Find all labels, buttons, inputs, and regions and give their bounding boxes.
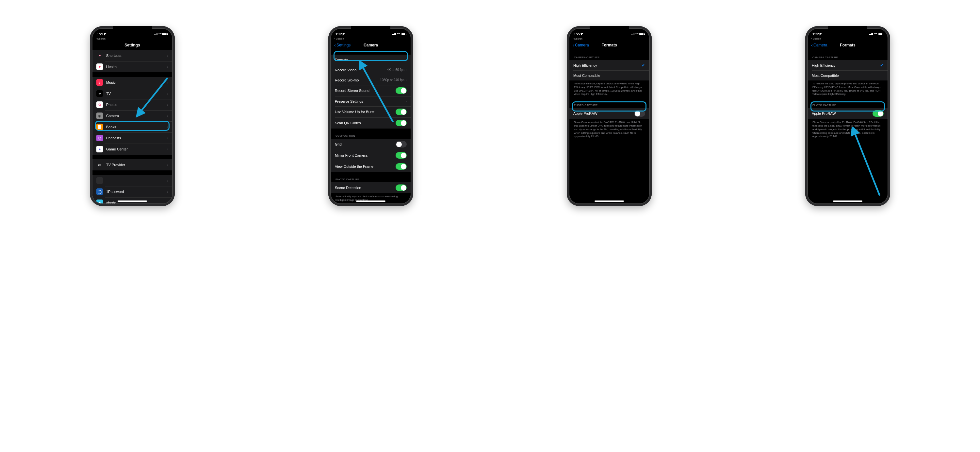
group-footer-proraw: Show Camera control for ProRAW. ProRAW i…: [808, 119, 888, 140]
row-high-efficiency[interactable]: High Efficiency✓: [570, 60, 649, 70]
chevron-left-icon: ‹: [573, 43, 574, 47]
settings-row-tv[interactable]: tvTV›: [92, 88, 172, 99]
home-indicator[interactable]: [833, 201, 862, 202]
row-record-stereo-sound[interactable]: Record Stereo Sound: [331, 85, 410, 96]
settings-row-shortcuts[interactable]: ✦Shortcuts›: [92, 50, 172, 61]
breadcrumb-back-search[interactable]: ‹ Search: [808, 37, 888, 40]
row-formats[interactable]: Formats›: [331, 54, 410, 65]
toggle-switch[interactable]: [634, 110, 645, 117]
chevron-right-icon: ›: [167, 103, 168, 107]
back-button[interactable]: ‹ Camera: [811, 43, 827, 48]
chevron-right-icon: ›: [167, 147, 168, 151]
signal-icon: [869, 33, 873, 35]
music-icon: ♪: [96, 79, 103, 86]
settings-row-game-center[interactable]: ●Game Center›: [92, 144, 172, 155]
row-view-outside-the-frame[interactable]: View Outside the Frame: [331, 161, 410, 172]
abode-icon: ◆: [96, 200, 103, 203]
status-time: 1:22: [813, 32, 819, 36]
toggle-switch[interactable]: [396, 109, 407, 115]
home-indicator[interactable]: [118, 201, 147, 202]
checkmark-icon: ✓: [641, 63, 645, 68]
row-mirror-front-camera[interactable]: Mirror Front Camera: [331, 150, 410, 161]
settings-row-podcasts[interactable]: ◎Podcasts›: [92, 133, 172, 144]
chevron-right-icon: ›: [167, 54, 168, 57]
chevron-right-icon: ›: [167, 114, 168, 118]
row-most-compatible[interactable]: Most Compatible: [808, 70, 888, 80]
location-icon: ◤: [343, 33, 345, 36]
toggle-switch[interactable]: [396, 120, 407, 126]
toggle-switch[interactable]: [396, 152, 407, 159]
home-indicator[interactable]: [356, 201, 385, 202]
row-detail: 4K at 60 fps: [387, 68, 404, 72]
row-label: Podcasts: [106, 136, 167, 140]
row-preserve-settings[interactable]: Preserve Settings›: [331, 96, 410, 106]
toggle-switch[interactable]: [396, 184, 407, 191]
tv-provider-icon: ▭: [96, 161, 103, 168]
breadcrumb-back-search[interactable]: ‹ Search: [92, 37, 172, 40]
page-title: Camera: [364, 43, 378, 48]
phone-camera-settings: 1:22 ◤ ⬿ ‹ Search ‹ Settings Camera Form…: [328, 26, 413, 206]
settings-row-music[interactable]: ♪Music›: [92, 77, 172, 88]
row-scan-qr-codes[interactable]: Scan QR Codes: [331, 117, 410, 129]
breadcrumb-back-search[interactable]: ‹ Search: [570, 37, 649, 40]
chevron-right-icon: ›: [167, 136, 168, 140]
settings-row-tv-provider[interactable]: ▭TV Provider›: [92, 159, 172, 170]
chevron-right-icon: ›: [167, 163, 168, 167]
chevron-left-icon: ‹: [811, 43, 813, 47]
signal-icon: [392, 33, 396, 35]
chevron-right-icon: ›: [167, 65, 168, 69]
notch: [113, 26, 152, 34]
row-apple-proraw[interactable]: Apple ProRAW: [808, 108, 888, 119]
wifi-icon: ⬿: [874, 32, 877, 36]
page-title: Formats: [840, 43, 855, 48]
row-grid[interactable]: Grid: [331, 139, 410, 150]
row-apple-proraw[interactable]: Apple ProRAW: [570, 108, 649, 119]
camera-group-1: Formats›Record Video4K at 60 fps›Record …: [331, 54, 410, 129]
settings-row-books[interactable]: ▉Books›: [92, 121, 172, 133]
row-high-efficiency[interactable]: High Efficiency✓: [808, 60, 888, 70]
chevron-left-icon: ‹: [573, 37, 574, 40]
row-record-slo-mo[interactable]: Record Slo-mo1080p at 240 fps›: [331, 75, 410, 85]
camera-group-3: PHOTO CAPTURE Scene Detection Automatica…: [331, 177, 410, 203]
settings-row-camera[interactable]: ◉Camera›: [92, 110, 172, 121]
settings-row-1password[interactable]: ◯1Password›: [92, 186, 172, 197]
row-label: Books: [106, 125, 167, 129]
row-label: Record Stereo Sound: [335, 89, 396, 93]
settings-group-a: ✦Shortcuts›♥Health›: [92, 50, 172, 72]
row-label: Record Video: [335, 68, 387, 72]
camera-icon: ◉: [96, 112, 103, 119]
row-label: 1Password: [106, 190, 167, 193]
toggle-switch[interactable]: [872, 110, 884, 117]
settings-row-photos[interactable]: ✿Photos›: [92, 99, 172, 110]
group-footer-scene: Automatically improve photos of various …: [331, 193, 410, 203]
back-button[interactable]: ‹ Settings: [334, 43, 350, 48]
group-header-photo-capture: PHOTO CAPTURE: [808, 102, 888, 108]
settings-group-d: ›◯1Password›◆abode›◈AirPort Utility›aAma…: [92, 175, 172, 203]
toggle-switch[interactable]: [396, 163, 407, 170]
row-record-video[interactable]: Record Video4K at 60 fps›: [331, 65, 410, 75]
row-label: Scene Detection: [335, 186, 396, 190]
row-label: Most Compatible: [812, 73, 884, 78]
chevron-right-icon: ›: [167, 125, 168, 129]
group-footer-efficiency: To reduce file size, capture photos and …: [570, 80, 649, 98]
podcasts-icon: ◎: [96, 135, 103, 141]
row-scene-detection[interactable]: Scene Detection: [331, 182, 410, 193]
notch: [828, 26, 867, 34]
back-button[interactable]: ‹ Camera: [573, 43, 589, 48]
home-indicator[interactable]: [595, 201, 624, 202]
toggle-switch[interactable]: [396, 141, 407, 147]
row-use-volume-up-for-burst[interactable]: Use Volume Up for Burst: [331, 106, 410, 117]
settings-row-blank[interactable]: ›: [92, 175, 172, 186]
group-header-camera-capture: CAMERA CAPTURE: [570, 54, 649, 60]
row-label: Grid: [335, 142, 396, 146]
books-icon: ▉: [96, 124, 103, 130]
toggle-switch[interactable]: [396, 87, 407, 94]
row-most-compatible[interactable]: Most Compatible: [570, 70, 649, 80]
row-label: Preserve Settings: [335, 99, 406, 103]
breadcrumb-back-search[interactable]: ‹ Search: [331, 37, 410, 40]
nav-bar: ‹ Camera Formats: [570, 40, 649, 50]
settings-row-health[interactable]: ♥Health›: [92, 61, 172, 72]
game-center-icon: ●: [96, 146, 103, 152]
chevron-right-icon: ›: [167, 81, 168, 85]
chevron-right-icon: ›: [406, 99, 407, 103]
